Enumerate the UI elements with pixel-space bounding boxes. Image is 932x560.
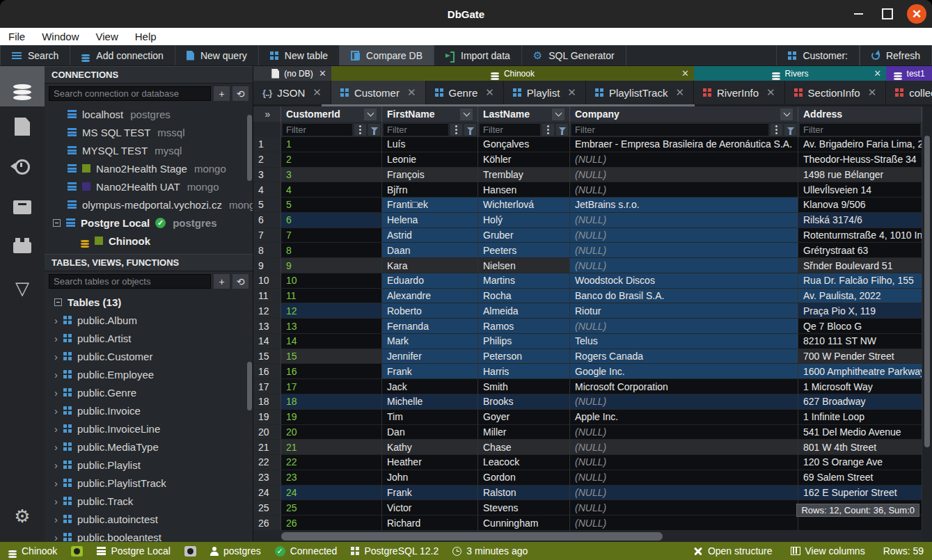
filter-funnel-button[interactable] [368,124,380,136]
cell-last[interactable]: Leacock [478,455,570,470]
connection-item-postgre-local[interactable]: Postgre Local✓postgres [45,214,253,232]
cell-last[interactable]: Köhler [478,152,570,168]
cell-first[interactable]: Alexandre [382,289,478,304]
cell-address[interactable]: 700 W Pender Street [798,349,922,365]
cell-company[interactable]: Microsoft Corporation [570,379,798,394]
connections-refresh-button[interactable]: ⟲ [232,86,248,101]
cell-first[interactable]: Frank [382,486,478,501]
table-item-public-autoinctest[interactable]: ›public.autoinctest [45,510,253,528]
status-item-rows-59[interactable]: Rows: 59 [883,545,924,557]
cell-address[interactable]: 162 E Superior Street [798,486,922,501]
table-item-public-album[interactable]: ›public.Album [45,311,253,329]
cell-last[interactable]: Ramos [478,319,570,334]
table-item-public-genre[interactable]: ›public.Genre [45,383,253,401]
connection-item-mysql-test[interactable]: MYSQL TESTmysql [45,141,253,159]
menu-item-help[interactable]: Help [135,31,157,42]
cell-address[interactable]: 627 Broadway [798,394,922,410]
cell-address[interactable]: Rotenturmstraße 4, 1010 Innere Stadt [798,228,922,243]
tab-close-icon[interactable]: ✕ [485,86,494,99]
connection-item-nano2health-uat[interactable]: Nano2Health UATmongo [45,177,253,195]
cell-id[interactable]: 26 [281,515,382,531]
cell-last[interactable]: Hansen [478,182,570,198]
cell-address[interactable]: 541 Del Medio Avenue [798,425,922,440]
cell-company[interactable]: (NULL) [570,455,798,470]
tables-search-input[interactable] [49,274,211,289]
chevron-right-icon[interactable]: › [54,315,58,326]
tab-close-icon[interactable]: ✕ [675,86,684,99]
table-item-public-booleantest[interactable]: ›public.booleantest [45,528,253,542]
toolbar-button-new-query[interactable]: New query [175,45,259,65]
table-row[interactable]: 33FrançoisTremblay(NULL)1498 rue Bélange… [253,168,932,183]
table-item-public-mediatype[interactable]: ›public.MediaType [45,438,253,456]
add-table-plus-button[interactable]: + [214,274,230,289]
cell-first[interactable]: Heather [382,455,478,470]
toolbar-button-refresh[interactable]: Refresh [860,45,932,65]
filter-funnel-button[interactable] [464,124,476,136]
cell-last[interactable]: Smith [478,379,570,394]
cell-last[interactable]: Peterson [478,349,570,365]
cell-last[interactable]: Miller [478,425,570,440]
table-row[interactable]: 1616FrankHarrisGoogle Inc.1600 Amphithea… [253,364,932,379]
table-row[interactable]: 44BjřrnHansen(NULL)UllevÍlsveien 14 [253,182,932,198]
cell-company[interactable]: (NULL) [570,182,798,198]
table-item-public-customer[interactable]: ›public.Customer [45,347,253,365]
status-item-chinook[interactable]: Chinook [8,545,57,557]
cell-first[interactable]: Helena [382,213,478,228]
column-header-customerid[interactable]: CustomerId [281,106,382,122]
toolbar-button-add-connection[interactable]: Add connection [70,45,175,65]
status-item-view-columns[interactable]: View columns [791,545,865,557]
tab-group-header[interactable]: test1 [886,66,932,81]
table-item-public-invoice[interactable]: ›public.Invoice [45,401,253,419]
table-item-public-playlisttrack[interactable]: ›public.PlaylistTrack [45,474,253,492]
cell-company[interactable]: (NULL) [570,319,798,334]
cell-last[interactable]: Wichterlová [478,198,570,213]
filter-input[interactable] [283,124,352,136]
cell-id[interactable]: 22 [281,455,382,470]
cell-address[interactable]: 801 W 4th Street [798,440,922,455]
rail-database-icon[interactable] [0,66,45,106]
cell-last[interactable]: Gordon [478,470,570,486]
table-row[interactable]: 1515JenniferPetersonRogers Canada700 W P… [253,349,932,365]
cell-first[interactable]: Frank [382,364,478,379]
cell-first[interactable]: Victor [382,500,478,515]
connection-item-chinook[interactable]: Chinook [45,232,253,250]
cell-company[interactable]: Google Inc. [570,364,798,379]
table-row[interactable]: 2424FrankRalston(NULL)162 E Superior Str… [253,486,932,501]
cell-id[interactable]: 13 [281,319,382,334]
minimize-button[interactable] [848,4,868,24]
cell-company[interactable]: (NULL) [570,425,798,440]
toolbar-button-import-data[interactable]: Import data [434,45,522,65]
tab-collection[interactable]: collection✕ [886,81,932,104]
cell-id[interactable]: 1 [281,137,382,152]
tables-root-item[interactable]: Tables (13) [45,293,253,311]
table-item-public-artist[interactable]: ›public.Artist [45,329,253,347]
filter-input[interactable] [384,124,448,136]
column-header-address[interactable]: Address [798,106,922,122]
cell-id[interactable]: 14 [281,334,382,349]
cell-id[interactable]: 16 [281,364,382,379]
tab-group-header[interactable]: (no DB)✕ [253,66,331,81]
cell-address[interactable]: 1 Microsoft Way [798,379,922,394]
cell-last[interactable]: Holý [478,213,570,228]
tab-close-icon[interactable]: ✕ [407,86,416,99]
cell-company[interactable]: Apple Inc. [570,410,798,425]
filter-menu-button[interactable] [771,124,782,136]
tables-refresh-button[interactable]: ⟲ [232,274,248,289]
cell-id[interactable]: 15 [281,349,382,365]
tab-customer[interactable]: Customer✕ [331,81,426,104]
filter-menu-button[interactable] [354,124,366,136]
tab-group-header[interactable]: Chinook✕ [331,66,694,81]
column-header-company[interactable]: Company [570,106,798,122]
cell-last[interactable]: Chase [478,440,570,455]
tab-group-header[interactable]: Rivers✕ [694,66,886,81]
rail-filter-icon[interactable]: ▽ [0,268,45,308]
maximize-button[interactable] [878,4,897,24]
table-row[interactable]: 1919TimGoyerApple Inc.1 Infinite Loop [253,410,932,425]
filter-input[interactable] [571,124,768,136]
vertical-scrollbar[interactable] [922,106,932,542]
column-dropdown-button[interactable] [460,109,473,120]
chevron-right-icon[interactable]: › [54,532,58,543]
table-item-public-playlist[interactable]: ›public.Playlist [45,456,253,474]
chevron-right-icon[interactable]: › [54,442,58,452]
tab-group-close-icon[interactable]: ✕ [319,68,326,79]
